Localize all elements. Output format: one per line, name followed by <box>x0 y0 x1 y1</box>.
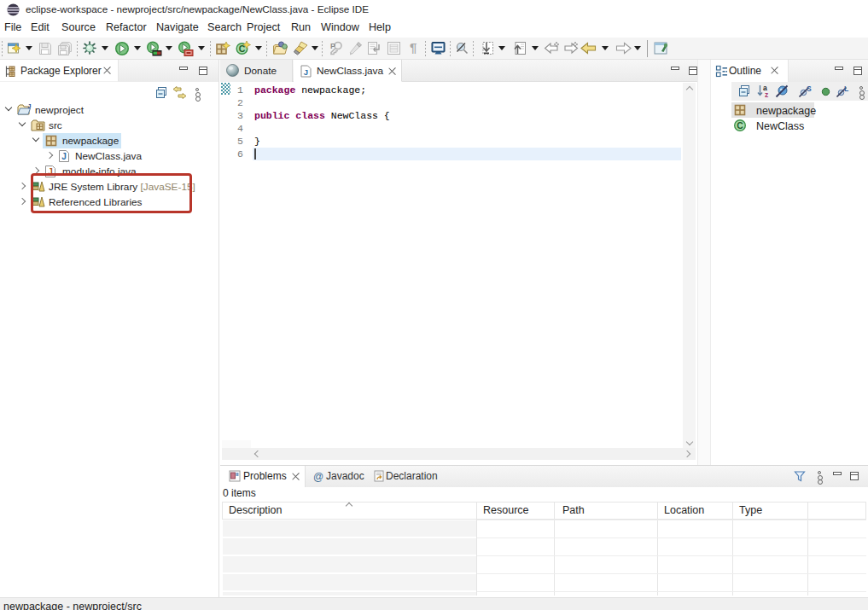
svg-text:z: z <box>765 90 768 98</box>
svg-text:J: J <box>27 103 32 110</box>
svg-text:C: C <box>737 120 743 131</box>
svg-text:P: P <box>330 42 335 50</box>
svg-text:J: J <box>304 67 308 77</box>
svg-text:@: @ <box>313 471 323 482</box>
svg-text:L: L <box>844 84 848 93</box>
svg-text:S: S <box>807 84 812 93</box>
svg-text:J: J <box>61 152 67 161</box>
